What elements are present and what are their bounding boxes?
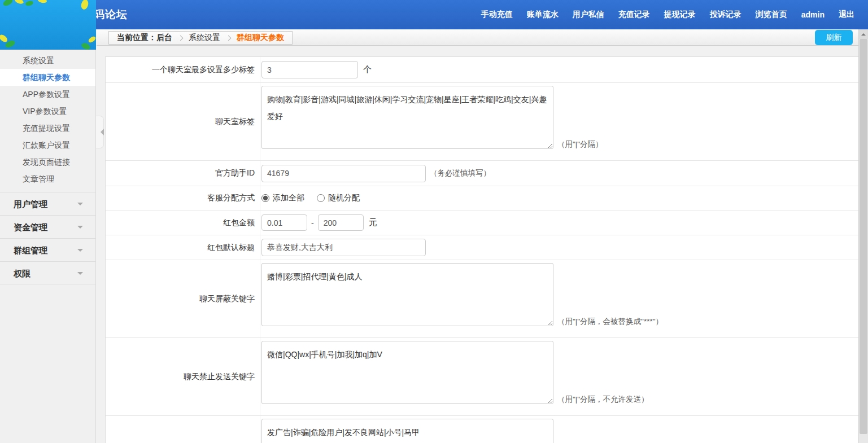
form-row-forbidden-keywords: 聊天禁止发送关键字 微信|QQ|wx|手机号|加我|加q|加V （用"|"分隔，… (106, 338, 859, 416)
sidebar-section-user-mgmt[interactable]: 用户管理 (0, 192, 95, 215)
field-label: 聊天屏蔽关键字 (106, 260, 260, 337)
field-hint: （用"|"分隔，会被替换成"***"） (557, 317, 663, 334)
form-row-blocked-keywords: 聊天屏蔽关键字 赌博|彩票|招代理|黄色|成人 （用"|"分隔，会被替换成"**… (106, 260, 859, 338)
chatroom-tags-textarea[interactable]: 购物|教育|影音|游戏|同城|旅游|休闲|学习交流|宠物|星座|王者荣耀|吃鸡|… (261, 86, 553, 149)
breadcrumb-item-system-settings[interactable]: 系统设置 (189, 33, 220, 43)
nav-logout[interactable]: 退出 (839, 10, 854, 20)
section-label: 资金管理 (14, 222, 47, 232)
sidebar-item-app-params[interactable]: APP参数设置 (0, 86, 95, 103)
forbidden-keywords-textarea[interactable]: 微信|QQ|wx|手机号|加我|加q|加V (261, 341, 553, 404)
nav-bill-flow[interactable]: 账单流水 (527, 10, 559, 20)
field-hint: （用"|"分隔，不允许发送） (557, 394, 649, 412)
redpacket-title-input[interactable] (261, 239, 426, 256)
section-label: 用户管理 (14, 199, 47, 209)
chevron-down-icon (77, 203, 83, 208)
form-row-max-tags: 一个聊天室最多设置多少标签 个 (106, 57, 859, 83)
field-hint: （用"|"分隔） (557, 139, 603, 157)
service-assignment-radio-group: 添加全部 随机分配 (261, 193, 360, 203)
field-hint: （务必谨慎填写） (430, 168, 491, 178)
radio-option-random[interactable]: 随机分配 (317, 193, 360, 203)
vertical-scrollbar[interactable] (858, 29, 868, 443)
breadcrumb: 当前位置：后台 系统设置 群组聊天参数 (108, 31, 293, 45)
chevron-down-icon (77, 249, 83, 255)
scrollbar-up-button[interactable] (859, 29, 868, 39)
range-dash: - (311, 218, 314, 227)
radio-random[interactable] (317, 194, 325, 202)
section-label: 群组管理 (14, 245, 47, 255)
nav-admin-user[interactable]: admin (801, 10, 825, 19)
sidebar-item-recharge-withdraw[interactable]: 充值提现设置 (0, 120, 95, 137)
sidebar-section-permissions[interactable]: 权限 (0, 261, 95, 284)
sidebar-section-funds-mgmt[interactable]: 资金管理 (0, 215, 95, 238)
nav-browse-home[interactable]: 浏览首页 (756, 10, 787, 20)
form-row-chatroom-tags: 聊天室标签 购物|教育|影音|游戏|同城|旅游|休闲|学习交流|宠物|星座|王者… (106, 83, 859, 161)
sidebar-item-article-mgmt[interactable]: 文章管理 (0, 170, 95, 187)
logo-image (0, 0, 96, 50)
breadcrumb-separator-icon (226, 35, 232, 41)
nav-user-messages[interactable]: 用户私信 (573, 10, 604, 20)
form-row-redpacket-amount: 红包金额 - 元 (106, 210, 859, 235)
unit-suffix: 个 (363, 64, 372, 75)
report-reasons-textarea[interactable]: 发广告|诈骗|危险用户|发不良网站|小号|马甲 (261, 419, 553, 443)
nav-manual-recharge[interactable]: 手动充值 (481, 10, 513, 20)
blocked-keywords-textarea[interactable]: 赌博|彩票|招代理|黄色|成人 (261, 263, 553, 326)
settings-form: 一个聊天室最多设置多少标签 个 聊天室标签 购物|教育|影音|游戏|同城|旅游|… (105, 56, 860, 443)
nav-complaint-records[interactable]: 投诉记录 (710, 10, 741, 20)
sidebar-item-vip-params[interactable]: VIP参数设置 (0, 103, 95, 120)
sidebar-item-group-chat-params[interactable]: 群组聊天参数 (0, 69, 95, 86)
chevron-down-icon (77, 226, 83, 231)
redpacket-max-input[interactable] (318, 214, 364, 231)
top-navigation: 手动充值 账单流水 用户私信 充值记录 提现记录 投诉记录 浏览首页 admin… (481, 0, 854, 29)
breadcrumb-separator-icon (178, 35, 184, 41)
sidebar-item-remit-account[interactable]: 汇款账户设置 (0, 137, 95, 153)
top-header-bar: 码论坛 手动充值 账单流水 用户私信 充值记录 提现记录 投诉记录 浏览首页 a… (0, 0, 868, 29)
scrollbar-thumb[interactable] (860, 39, 867, 434)
unit-suffix: 元 (369, 217, 377, 228)
nav-withdraw-records[interactable]: 提现记录 (664, 10, 696, 20)
field-label: 聊天禁止发送关键字 (106, 338, 260, 415)
form-row-report-reasons: 发广告|诈骗|危险用户|发不良网站|小号|马甲 (106, 416, 859, 443)
breadcrumb-bar: 当前位置：后台 系统设置 群组聊天参数 刷新 (97, 29, 858, 46)
menu-spacer (0, 187, 95, 192)
field-label: 红包金额 (106, 210, 260, 235)
site-title: 码论坛 (94, 7, 128, 22)
max-tags-input[interactable] (261, 61, 358, 78)
field-label: 官方助手ID (106, 161, 260, 186)
sidebar-item-discover-links[interactable]: 发现页面链接 (0, 153, 95, 170)
sidebar-menu: 系统设置 群组聊天参数 APP参数设置 VIP参数设置 充值提现设置 汇款账户设… (0, 50, 95, 284)
field-label: 客服分配方式 (106, 186, 260, 210)
sidebar: 系统设置 群组聊天参数 APP参数设置 VIP参数设置 充值提现设置 汇款账户设… (0, 0, 96, 443)
form-row-redpacket-title: 红包默认标题 (106, 235, 859, 260)
form-row-service-assignment: 客服分配方式 添加全部 随机分配 (106, 186, 859, 210)
sidebar-section-group-mgmt[interactable]: 群组管理 (0, 238, 95, 261)
section-label: 权限 (14, 269, 30, 278)
nav-recharge-records[interactable]: 充值记录 (618, 10, 650, 20)
official-assistant-id-input[interactable] (261, 165, 426, 182)
radio-option-add-all[interactable]: 添加全部 (261, 193, 304, 203)
chevron-left-icon (97, 129, 104, 135)
sidebar-collapse-handle[interactable] (96, 116, 104, 148)
chevron-down-icon (77, 272, 83, 278)
field-label (106, 416, 260, 443)
radio-label: 随机分配 (328, 193, 360, 203)
form-row-official-assistant-id: 官方助手ID （务必谨慎填写） (106, 161, 859, 186)
radio-add-all[interactable] (261, 194, 269, 202)
breadcrumb-location-prefix: 当前位置：后台 (117, 33, 172, 43)
radio-label: 添加全部 (273, 193, 304, 203)
field-label: 一个聊天室最多设置多少标签 (106, 57, 260, 82)
arrow-up-icon (861, 31, 866, 36)
breadcrumb-item-current: 群组聊天参数 (237, 33, 284, 43)
field-label: 聊天室标签 (106, 83, 260, 160)
refresh-button[interactable]: 刷新 (815, 30, 853, 45)
field-label: 红包默认标题 (106, 235, 260, 260)
redpacket-min-input[interactable] (261, 214, 307, 231)
sidebar-item-system-settings[interactable]: 系统设置 (0, 52, 95, 69)
